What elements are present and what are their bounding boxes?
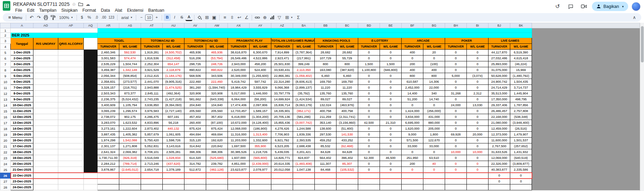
cell[interactable]: 85,307 bbox=[336, 161, 358, 167]
cell[interactable] bbox=[84, 149, 98, 155]
cell[interactable]: 0 bbox=[358, 97, 380, 102]
cell[interactable]: 2,535,229 bbox=[98, 61, 119, 67]
cell[interactable]: 1,100,800 bbox=[358, 67, 380, 73]
cell[interactable]: 169,750 bbox=[336, 79, 358, 85]
date-cell[interactable]: 5-Dec-2025 bbox=[11, 73, 33, 79]
cell[interactable]: 251,950 bbox=[402, 155, 423, 161]
cell[interactable]: 3,459,387 bbox=[98, 67, 119, 73]
cell[interactable]: 6,300,670 bbox=[250, 50, 271, 56]
cell[interactable]: 20,000 bbox=[467, 132, 489, 138]
cell[interactable] bbox=[358, 179, 380, 184]
cell[interactable]: 163,080 bbox=[315, 67, 336, 73]
cell[interactable]: 458,200 bbox=[250, 61, 271, 67]
date-cell[interactable]: 24-Dec-2025 bbox=[11, 184, 33, 190]
insert-chart-button[interactable] bbox=[269, 14, 275, 21]
cell[interactable]: 0 bbox=[358, 161, 380, 167]
cell[interactable]: 69,928 bbox=[445, 132, 467, 138]
cell[interactable] bbox=[58, 91, 84, 97]
cell[interactable]: 2,097,806 bbox=[250, 102, 271, 108]
cell[interactable]: 132,024 bbox=[315, 102, 336, 108]
increase-decimal-button[interactable]: .00 bbox=[100, 14, 107, 21]
cell[interactable] bbox=[58, 50, 84, 56]
cell[interactable]: 0 bbox=[358, 143, 380, 149]
cell[interactable] bbox=[84, 155, 98, 161]
star-icon[interactable]: ☆ bbox=[72, 2, 76, 7]
cell[interactable]: 396,402 bbox=[336, 155, 358, 161]
cell[interactable]: 260,400 bbox=[184, 120, 206, 126]
cell[interactable]: 6,418,000 bbox=[228, 114, 250, 120]
date-cell[interactable]: 10-Dec-2025 bbox=[11, 102, 33, 108]
cell[interactable]: 2,503,343 bbox=[98, 91, 119, 97]
merge-cells-button[interactable]: ▣ bbox=[211, 14, 218, 21]
cell[interactable]: 205,560 bbox=[184, 108, 206, 114]
cell[interactable] bbox=[58, 184, 84, 190]
cell[interactable]: 15,836,714 bbox=[271, 102, 293, 108]
cell[interactable]: 571,500 bbox=[402, 138, 423, 143]
row-header-9[interactable]: 9 bbox=[0, 73, 11, 79]
cell[interactable]: 2,358,831 bbox=[98, 79, 119, 85]
cell[interactable]: 0 bbox=[445, 67, 467, 73]
cell[interactable] bbox=[84, 61, 98, 67]
cell[interactable]: 1,342,148 bbox=[119, 67, 141, 73]
cell[interactable] bbox=[84, 38, 98, 50]
cell[interactable]: 122,670 bbox=[423, 138, 445, 143]
cell[interactable]: (105,532) bbox=[336, 167, 358, 173]
cell[interactable]: (87,100) bbox=[206, 120, 228, 126]
cell[interactable] bbox=[402, 173, 423, 179]
cell[interactable]: (1,594,740) bbox=[206, 85, 228, 91]
cell[interactable]: 22,326,000 bbox=[489, 161, 510, 167]
cell[interactable]: (1,059,402) bbox=[293, 73, 315, 79]
cell[interactable]: 0 bbox=[467, 161, 489, 167]
date-cell[interactable]: 14-Dec-2025 bbox=[11, 126, 33, 132]
cell[interactable] bbox=[98, 179, 119, 184]
cell[interactable]: 1,504,744 bbox=[119, 61, 141, 67]
cell[interactable]: 31,633,526 bbox=[489, 149, 510, 155]
cell[interactable]: 12,068,000 bbox=[228, 126, 250, 132]
row-header-18[interactable]: 18 bbox=[0, 126, 11, 132]
cell[interactable] bbox=[445, 184, 467, 190]
cell[interactable] bbox=[163, 184, 184, 190]
cell[interactable]: 824,837 bbox=[293, 155, 315, 161]
cell[interactable]: 26,486,457 bbox=[489, 108, 510, 114]
cell[interactable]: 6,460 bbox=[315, 73, 336, 79]
cell[interactable]: 107,729 bbox=[315, 56, 336, 61]
cell[interactable]: 9,000 bbox=[402, 132, 423, 138]
column-header-BE[interactable]: BE bbox=[380, 23, 402, 28]
cell[interactable]: 357,402 bbox=[206, 114, 228, 120]
cell[interactable]: 880,000 bbox=[423, 120, 445, 126]
cell[interactable] bbox=[33, 61, 58, 67]
header-qris-alcopay[interactable]: QRIS ALCOPAY bbox=[58, 38, 84, 50]
subheader-turnover[interactable]: TURNOVER bbox=[489, 44, 510, 50]
row-header-7[interactable]: 7 bbox=[0, 61, 11, 67]
cell[interactable]: 516,206 bbox=[184, 56, 206, 61]
cell[interactable] bbox=[33, 155, 58, 161]
cell[interactable]: 20,012,058 bbox=[271, 167, 293, 173]
cell[interactable] bbox=[402, 179, 423, 184]
date-cell[interactable]: 19-Dec-2025 bbox=[11, 155, 33, 161]
more-formats-button[interactable]: 123 bbox=[108, 14, 115, 21]
cell[interactable]: 33,530,431 bbox=[271, 67, 293, 73]
cell[interactable] bbox=[58, 108, 84, 114]
cell[interactable] bbox=[293, 173, 315, 179]
cell[interactable]: 0 bbox=[423, 102, 445, 108]
date-cell[interactable]: 1-Dec-2025 bbox=[11, 50, 33, 56]
date-cell[interactable]: 11-Dec-2025 bbox=[11, 108, 33, 114]
date-cell[interactable]: 3-Dec-2025 bbox=[11, 61, 33, 67]
cell[interactable]: 0 bbox=[358, 126, 380, 132]
cell[interactable]: 568,506 bbox=[184, 73, 206, 79]
row-header-6[interactable]: 6 bbox=[0, 56, 11, 61]
cell[interactable]: 0 bbox=[402, 167, 423, 173]
cell[interactable] bbox=[423, 173, 445, 179]
group-header[interactable]: TOGEL bbox=[98, 38, 141, 44]
cell[interactable]: (257,652) bbox=[510, 143, 532, 149]
cell[interactable]: 6,523,205 bbox=[271, 143, 293, 149]
cell[interactable]: 18,984,429 bbox=[228, 85, 250, 91]
cell[interactable]: 3,878,867 bbox=[98, 167, 119, 173]
row-header-13[interactable]: 13 bbox=[0, 97, 11, 102]
cell[interactable] bbox=[98, 173, 119, 179]
cell[interactable]: 10,000 bbox=[467, 149, 489, 155]
cell[interactable] bbox=[84, 132, 98, 138]
cell[interactable] bbox=[58, 85, 84, 91]
cell[interactable]: 0 bbox=[445, 108, 467, 114]
cell[interactable]: 0 bbox=[445, 97, 467, 102]
